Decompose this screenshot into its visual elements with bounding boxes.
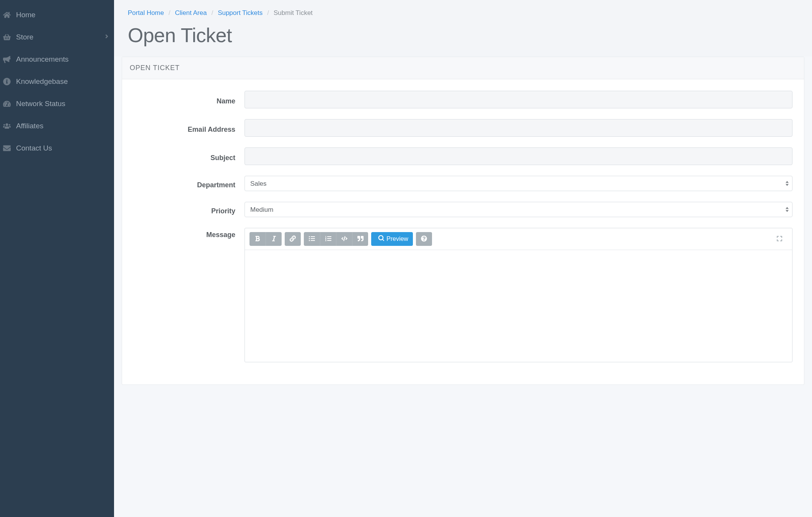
- sidebar-item-affiliates[interactable]: Affiliates: [0, 115, 114, 137]
- unordered-list-button[interactable]: [304, 232, 320, 246]
- breadcrumb-separator: /: [168, 9, 170, 17]
- breadcrumb: Portal Home / Client Area / Support Tick…: [128, 9, 798, 17]
- link-icon: [290, 236, 296, 243]
- form-row-subject: Subject: [134, 147, 792, 165]
- form-row-name: Name: [134, 91, 792, 108]
- bold-button[interactable]: [249, 232, 266, 246]
- breadcrumb-separator: /: [211, 9, 213, 17]
- email-input[interactable]: [245, 119, 792, 137]
- link-button[interactable]: [285, 232, 301, 246]
- breadcrumb-link-portal-home[interactable]: Portal Home: [128, 9, 164, 17]
- name-input[interactable]: [245, 91, 792, 108]
- subject-input[interactable]: [245, 147, 792, 165]
- form-row-email: Email Address: [134, 119, 792, 137]
- list-ul-icon: [309, 236, 315, 243]
- envelope-icon: [3, 144, 16, 152]
- italic-button[interactable]: [266, 232, 282, 246]
- help-button[interactable]: [416, 232, 432, 246]
- preview-button-label: Preview: [386, 236, 408, 242]
- list-ol-icon: [325, 236, 331, 243]
- breadcrumb-separator: /: [267, 9, 269, 17]
- priority-label: Priority: [134, 204, 245, 215]
- message-textarea[interactable]: [250, 255, 787, 355]
- main-content: Portal Home / Client Area / Support Tick…: [114, 0, 812, 517]
- users-icon: [3, 122, 16, 130]
- ordered-list-button[interactable]: [320, 232, 336, 246]
- breadcrumb-link-support-tickets[interactable]: Support Tickets: [218, 9, 263, 17]
- subject-label: Subject: [134, 151, 245, 162]
- basket-icon: [3, 33, 16, 41]
- question-circle-icon: [421, 236, 427, 243]
- chevron-right-icon: [105, 33, 109, 41]
- quote-button[interactable]: [352, 232, 368, 246]
- toolbar-group-text: [249, 232, 282, 246]
- quote-icon: [357, 236, 364, 243]
- fullscreen-button[interactable]: [771, 232, 788, 246]
- name-label: Name: [134, 94, 245, 105]
- message-label: Message: [134, 228, 245, 239]
- sidebar-item-knowledgebase[interactable]: Knowledgebase: [0, 70, 114, 93]
- panel-body: Name Email Address Subject Department: [122, 79, 804, 384]
- panel-title: OPEN TICKET: [122, 57, 804, 79]
- page-title: Open Ticket: [128, 24, 798, 47]
- breadcrumb-current: Submit Ticket: [274, 9, 313, 17]
- sidebar-item-label: Store: [16, 33, 110, 41]
- preview-button[interactable]: Preview: [371, 232, 413, 246]
- italic-icon: [271, 236, 277, 243]
- open-ticket-panel: OPEN TICKET Name Email Address Subject: [122, 57, 804, 385]
- department-label: Department: [134, 178, 245, 189]
- breadcrumb-link-client-area[interactable]: Client Area: [175, 9, 207, 17]
- sidebar-item-label: Knowledgebase: [16, 77, 110, 86]
- sidebar-item-network-status[interactable]: Network Status: [0, 93, 114, 115]
- code-button[interactable]: [336, 232, 352, 246]
- expand-icon: [776, 236, 783, 243]
- sidebar-item-label: Affiliates: [16, 122, 110, 130]
- message-editor: Preview: [245, 228, 792, 362]
- sidebar-item-home[interactable]: Home: [0, 4, 114, 26]
- form-row-message: Message: [134, 228, 792, 362]
- editor-toolbar: Preview: [245, 228, 792, 250]
- page-header: Portal Home / Client Area / Support Tick…: [114, 0, 812, 57]
- search-icon: [378, 235, 384, 243]
- sidebar: Home Store Announcements Knowledgebase N…: [0, 0, 114, 517]
- sidebar-item-label: Contact Us: [16, 144, 110, 152]
- sidebar-item-label: Home: [16, 11, 110, 19]
- dashboard-icon: [3, 100, 16, 108]
- sidebar-item-label: Network Status: [16, 100, 110, 108]
- form-row-department: Department Sales: [134, 176, 792, 191]
- sidebar-item-announcements[interactable]: Announcements: [0, 48, 114, 70]
- priority-select[interactable]: Medium: [245, 202, 792, 217]
- department-select[interactable]: Sales: [245, 176, 792, 191]
- sidebar-item-contact-us[interactable]: Contact Us: [0, 137, 114, 159]
- sidebar-item-store[interactable]: Store: [0, 26, 114, 48]
- info-circle-icon: [3, 78, 16, 85]
- sidebar-item-label: Announcements: [16, 55, 110, 64]
- bold-icon: [254, 236, 261, 243]
- code-icon: [341, 236, 347, 243]
- email-label: Email Address: [134, 123, 245, 134]
- bullhorn-icon: [3, 56, 16, 63]
- form-row-priority: Priority Medium: [134, 202, 792, 217]
- home-icon: [3, 11, 16, 19]
- toolbar-group-block: [304, 232, 368, 246]
- editor-body: [245, 250, 792, 362]
